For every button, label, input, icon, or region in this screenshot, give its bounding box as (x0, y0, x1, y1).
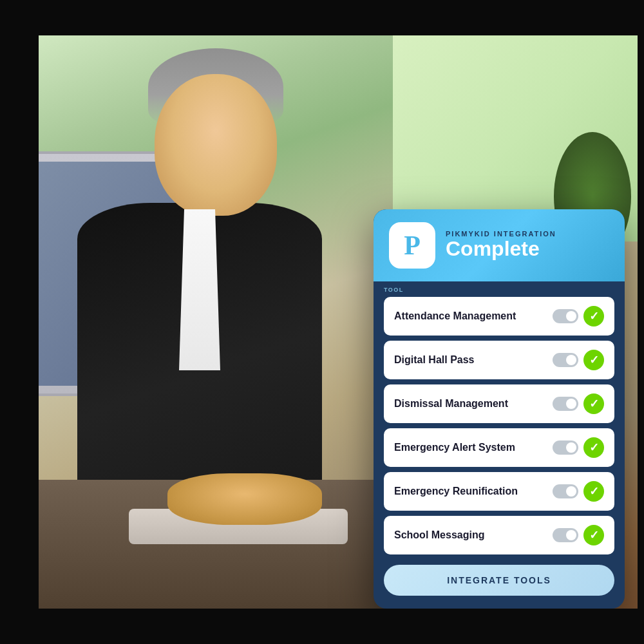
tool-right-hallpass: ✓ (553, 350, 604, 370)
tool-item-dismissal: Dismissal Management ✓ (384, 384, 614, 423)
tool-right-attendance: ✓ (553, 306, 604, 327)
check-icon-reunification: ✓ (589, 486, 599, 497)
check-icon-attendance: ✓ (589, 310, 599, 322)
tool-name-reunification: Emergency Reunification (394, 486, 518, 497)
bottom-border (0, 609, 644, 644)
check-alert: ✓ (583, 437, 604, 458)
tool-name-messaging: School Messaging (394, 529, 484, 541)
card-header: P PIKMYKID INTEGRATION Complete (374, 209, 625, 281)
tool-item-messaging: School Messaging ✓ (384, 516, 614, 554)
check-reunification: ✓ (583, 481, 604, 502)
check-messaging: ✓ (583, 525, 604, 545)
toggle-messaging[interactable] (553, 528, 578, 542)
check-icon-messaging: ✓ (589, 529, 599, 541)
tool-name-dismissal: Dismissal Management (394, 398, 508, 410)
logo-circle: P (389, 222, 435, 269)
toggle-alert[interactable] (553, 440, 578, 455)
check-hallpass: ✓ (583, 350, 604, 370)
tool-name-alert: Emergency Alert System (394, 442, 515, 453)
tool-name-hallpass: Digital Hall Pass (394, 354, 475, 366)
check-attendance: ✓ (583, 306, 604, 327)
tool-item-alert: Emergency Alert System ✓ (384, 428, 614, 467)
person-hands (167, 473, 322, 525)
header-text-group: PIKMYKID INTEGRATION Complete (446, 230, 556, 260)
tool-item-reunification: Emergency Reunification ✓ (384, 472, 614, 511)
tool-item-attendance: Attendance Management ✓ (384, 297, 614, 336)
status-text: Complete (446, 238, 556, 260)
toggle-dismissal[interactable] (553, 397, 578, 411)
left-border (0, 0, 39, 644)
top-border (0, 0, 644, 35)
integrate-tools-button[interactable]: INTEGRATE TOOLS (384, 565, 614, 596)
tool-right-messaging: ✓ (553, 525, 604, 545)
person-head (142, 48, 290, 222)
check-icon-dismissal: ✓ (589, 398, 599, 410)
tool-right-reunification: ✓ (553, 481, 604, 502)
right-border (638, 0, 644, 644)
integration-card: P PIKMYKID INTEGRATION Complete TOOL Att… (374, 209, 625, 609)
tool-item-hallpass: Digital Hall Pass ✓ (384, 341, 614, 379)
check-dismissal: ✓ (583, 393, 604, 414)
tools-list: Attendance Management ✓ Digital Hall Pas… (374, 292, 625, 557)
logo-letter: P (404, 232, 421, 259)
main-content: P PIKMYKID INTEGRATION Complete TOOL Att… (39, 35, 638, 609)
toggle-reunification[interactable] (553, 484, 578, 498)
check-icon-alert: ✓ (589, 442, 599, 453)
toggle-attendance[interactable] (553, 309, 578, 323)
tool-right-alert: ✓ (553, 437, 604, 458)
tool-name-attendance: Attendance Management (394, 310, 516, 322)
check-icon-hallpass: ✓ (589, 354, 599, 366)
toggle-hallpass[interactable] (553, 353, 578, 367)
person-face (155, 74, 277, 216)
tool-right-dismissal: ✓ (553, 393, 604, 414)
